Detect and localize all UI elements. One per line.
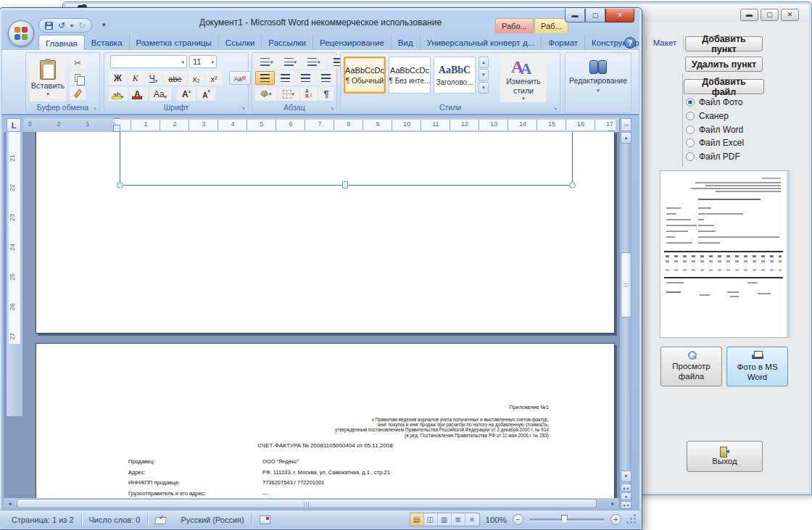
align-center-button[interactable] xyxy=(276,71,295,85)
tab-view[interactable]: Вид xyxy=(392,35,420,51)
vertical-scroll-thumb[interactable] xyxy=(621,252,631,318)
horizontal-scrollbar[interactable]: ◄ ► xyxy=(4,498,619,509)
horizontal-scroll-thumb[interactable] xyxy=(17,499,597,508)
delete-item-button[interactable]: Удалить пункт xyxy=(685,57,763,72)
tab-layout[interactable]: Макет xyxy=(647,35,684,51)
status-language[interactable]: Русский (Россия) xyxy=(173,513,251,526)
addin-tab-2[interactable]: Раб... xyxy=(534,18,568,33)
zoom-out-button[interactable]: − xyxy=(513,514,523,525)
word-maximize-button[interactable]: ▢ xyxy=(585,9,605,22)
align-left-button[interactable] xyxy=(255,71,275,85)
multilevel-list-button[interactable]: ▾ xyxy=(302,55,326,69)
add-file-button[interactable]: Добавить файл xyxy=(684,79,764,94)
cut-button[interactable]: ✂ xyxy=(70,56,86,70)
vertical-ruler[interactable]: 21222324252627 xyxy=(7,132,22,416)
next-page-button[interactable]: ▼▼ xyxy=(621,501,631,509)
paste-button[interactable]: Вставить ▾ xyxy=(30,55,66,102)
zoom-in-button[interactable]: + xyxy=(610,514,621,525)
clear-formatting-button[interactable]: Aa xyxy=(229,71,251,85)
style-heading[interactable]: AaBbC Заголово... xyxy=(434,57,476,94)
paragraph-dialog-launcher[interactable]: ↘ xyxy=(328,104,336,112)
format-painter-button[interactable] xyxy=(70,86,86,100)
radio-file-pdf[interactable]: Файл PDF xyxy=(686,152,740,162)
qat-customize-chevron[interactable]: ▾ xyxy=(102,21,106,28)
panel-minimize-button[interactable]: ▬ xyxy=(740,9,758,21)
grow-font-button[interactable]: А▴ xyxy=(177,87,196,101)
style-normal[interactable]: AaBbCcDc ¶ Обычный xyxy=(344,57,386,94)
ruler-toggle-button[interactable]: ▭ xyxy=(621,118,631,131)
strikethrough-button[interactable]: abe xyxy=(163,71,186,85)
indent-markers[interactable] xyxy=(113,118,120,132)
justify-button[interactable] xyxy=(316,71,336,85)
panel-maximize-button[interactable]: ▢ xyxy=(761,9,779,21)
tab-universal-envelope[interactable]: Универсальный конверт д... xyxy=(420,35,542,51)
shrink-font-button[interactable]: А▾ xyxy=(197,87,215,101)
align-right-button[interactable] xyxy=(296,71,315,85)
tab-references[interactable]: Ссылки xyxy=(219,35,262,51)
view-web-layout-button[interactable]: ▥ xyxy=(438,513,452,526)
status-page[interactable]: Страница: 1 из 2 xyxy=(4,513,81,526)
style-no-spacing[interactable]: AaBbCcDc ¶ Без инте... xyxy=(389,57,431,94)
show-marks-button[interactable]: ¶ xyxy=(318,87,334,101)
font-color-button[interactable]: А ▾ xyxy=(129,87,148,101)
word-close-button[interactable]: ✕ xyxy=(605,9,634,22)
subscript-button[interactable]: x₂ xyxy=(188,71,205,85)
help-button[interactable]: ? xyxy=(624,37,636,49)
resize-grip[interactable] xyxy=(627,515,637,524)
borders-button[interactable]: ▾ xyxy=(278,87,300,101)
radio-file-excel[interactable]: Файл Excel xyxy=(686,138,744,148)
tab-mailings[interactable]: Рассылки xyxy=(262,35,313,51)
tab-design[interactable]: Конструктор xyxy=(585,35,647,51)
redo-icon[interactable]: ↻ xyxy=(78,21,86,30)
photo-to-word-button[interactable]: Фото в MS Word xyxy=(726,347,788,386)
status-spellcheck[interactable] xyxy=(148,513,173,526)
styles-gallery-more[interactable]: ▼ xyxy=(478,82,489,94)
undo-icon[interactable]: ↺ xyxy=(58,21,65,30)
tab-page-layout[interactable]: Разметка страницы xyxy=(130,35,219,51)
horizontal-ruler[interactable]: 3211234567891011121314151617 xyxy=(24,118,620,132)
document-preview-thumbnail[interactable] xyxy=(660,170,790,338)
zoom-slider[interactable] xyxy=(529,518,605,521)
selection-handle-left[interactable] xyxy=(117,182,123,189)
scroll-right-button[interactable]: ► xyxy=(608,499,618,508)
page-2[interactable]: Приложение №1 к Правилам ведения журнало… xyxy=(36,343,615,498)
addin-tab-1[interactable]: Рабо... xyxy=(495,18,534,33)
office-button[interactable] xyxy=(8,20,34,46)
add-item-button[interactable]: Добавить пункт xyxy=(685,36,763,51)
styles-scroll-up[interactable]: ▲ xyxy=(478,57,489,68)
view-outline-button[interactable]: ≣ xyxy=(452,513,465,526)
tab-insert[interactable]: Вставка xyxy=(85,35,130,51)
bullets-button[interactable]: ▾ xyxy=(255,55,278,69)
vertical-scrollbar[interactable]: ▭ ▲ ▼ ▲▲ ● ▼▼ xyxy=(619,118,631,509)
italic-button[interactable]: К xyxy=(128,71,144,85)
numbering-button[interactable]: ▾ xyxy=(279,55,302,69)
status-language-bar[interactable] xyxy=(252,513,278,526)
previous-page-button[interactable]: ▲▲ xyxy=(621,484,631,492)
underline-button[interactable]: Ч▾ xyxy=(144,71,163,85)
styles-scroll-down[interactable]: ▼ xyxy=(478,69,489,80)
word-minimize-button[interactable]: ▬ xyxy=(565,9,585,22)
document-area[interactable]: 21222324252627 Приложение №1 к Правилам … xyxy=(4,132,619,498)
font-name-combo[interactable]: ▾ xyxy=(110,55,187,68)
page-1[interactable] xyxy=(36,132,615,334)
change-styles-button[interactable]: AA Изменить стили ▾ xyxy=(500,56,547,102)
font-dialog-launcher[interactable]: ↘ xyxy=(239,104,247,112)
zoom-percent[interactable]: 100% xyxy=(486,515,507,524)
panel-close-button[interactable]: ✕ xyxy=(781,9,799,21)
tab-stop-selector[interactable]: L xyxy=(7,118,21,132)
change-case-button[interactable]: Aa ▾ xyxy=(149,87,171,101)
status-word-count[interactable]: Число слов: 0 xyxy=(82,513,148,526)
font-size-combo[interactable]: 11 ▾ xyxy=(189,55,217,68)
scroll-down-button[interactable]: ▼ xyxy=(621,471,631,482)
preview-file-button[interactable]: Просмотр файла xyxy=(660,347,722,386)
superscript-button[interactable]: x² xyxy=(205,71,222,85)
editing-button[interactable]: Редактирование ▾ xyxy=(566,53,631,112)
clipboard-dialog-launcher[interactable]: ↘ xyxy=(91,104,99,112)
radio-scanner[interactable]: Сканер xyxy=(686,111,729,121)
scroll-left-button[interactable]: ◄ xyxy=(4,499,15,508)
exit-button[interactable]: Выход xyxy=(687,441,763,472)
styles-dialog-launcher[interactable]: ↘ xyxy=(551,104,559,112)
shading-button[interactable]: ▾ xyxy=(255,87,277,101)
selection-handle-center[interactable] xyxy=(342,181,348,189)
view-fullscreen-reading-button[interactable]: ◫ xyxy=(424,513,438,526)
